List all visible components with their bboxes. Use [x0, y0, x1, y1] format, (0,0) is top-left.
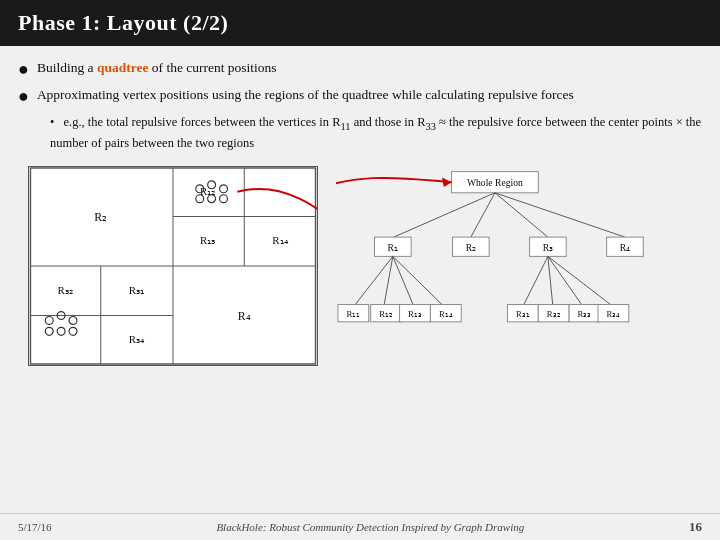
svg-text:R₃₄: R₃₄ [129, 333, 145, 345]
sub-bullet-1: • e.g., the total repulsive forces betwe… [50, 113, 702, 154]
svg-text:R₁₄: R₁₄ [272, 234, 288, 246]
svg-line-41 [355, 256, 393, 304]
quadtree-svg: R₂ R₁₂ R₁₃ R₁₄ R₃₂ R₃₁ R₄ R₃₄ [29, 167, 317, 365]
footer-bar: 5/17/16 BlackHole: Robust Community Dete… [0, 513, 720, 540]
tree-svg: Whole Region R₁ R₂ R₃ [336, 166, 702, 366]
svg-marker-65 [442, 177, 452, 187]
svg-line-42 [384, 256, 393, 304]
footer-page: 16 [689, 519, 702, 535]
svg-text:R₃₁: R₃₁ [516, 309, 530, 319]
svg-line-44 [393, 256, 442, 304]
svg-text:R₂: R₂ [94, 210, 107, 224]
quadtree-diagram: R₂ R₁₂ R₁₃ R₁₄ R₃₂ R₃₁ R₄ R₃₄ [28, 166, 318, 366]
content-area: ● Building a quadtree of the current pos… [0, 46, 720, 513]
svg-text:R₃: R₃ [543, 241, 553, 252]
title-text: Phase 1: Layout (2/2) [18, 10, 228, 35]
svg-text:Whole Region: Whole Region [467, 177, 523, 188]
svg-line-31 [495, 193, 548, 237]
tree-diagram: Whole Region R₁ R₂ R₃ [336, 166, 702, 366]
svg-text:R₁₁: R₁₁ [346, 309, 360, 319]
highlight-quadtree: quadtree [97, 60, 149, 75]
svg-text:R₄: R₄ [238, 309, 251, 323]
svg-line-30 [471, 193, 495, 237]
sub-dot: • [50, 115, 54, 129]
svg-line-29 [394, 193, 495, 237]
svg-text:R₁₃: R₁₃ [408, 309, 422, 319]
slide-title: Phase 1: Layout (2/2) [0, 0, 720, 46]
svg-line-45 [524, 256, 548, 304]
svg-text:R₃₁: R₃₁ [129, 284, 144, 296]
bullet-1-text: Building a quadtree of the current posit… [37, 58, 702, 79]
svg-text:R₃₄: R₃₄ [606, 309, 620, 319]
svg-text:R₁₄: R₁₄ [439, 309, 453, 319]
bullet-2: ● Approximating vertex positions using t… [18, 85, 702, 108]
svg-text:R₁: R₁ [388, 241, 398, 252]
svg-text:R₂: R₂ [466, 241, 476, 252]
svg-text:R₄: R₄ [620, 241, 630, 252]
svg-text:R₃₂: R₃₂ [547, 309, 561, 319]
svg-line-43 [393, 256, 413, 304]
bullet-2-text: Approximating vertex positions using the… [37, 85, 702, 106]
svg-line-46 [548, 256, 553, 304]
svg-line-48 [548, 256, 611, 304]
bullet-dot-2: ● [18, 85, 29, 108]
footer-date: 5/17/16 [18, 521, 52, 533]
footer-title-italic: BlackHole [216, 521, 262, 533]
svg-text:R₃₂: R₃₂ [57, 284, 72, 296]
svg-line-32 [495, 193, 625, 237]
svg-text:R₃₃: R₃₃ [578, 309, 592, 319]
svg-text:R₁₃: R₁₃ [200, 234, 215, 246]
footer-title: BlackHole: Robust Community Detection In… [216, 521, 524, 533]
bullet-list: ● Building a quadtree of the current pos… [18, 58, 702, 154]
slide: Phase 1: Layout (2/2) ● Building a quadt… [0, 0, 720, 540]
svg-text:R₁₂: R₁₂ [379, 309, 393, 319]
diagram-row: R₂ R₁₂ R₁₃ R₁₄ R₃₂ R₃₁ R₄ R₃₄ [18, 166, 702, 513]
svg-line-47 [548, 256, 582, 304]
bullet-1: ● Building a quadtree of the current pos… [18, 58, 702, 81]
bullet-dot-1: ● [18, 58, 29, 81]
